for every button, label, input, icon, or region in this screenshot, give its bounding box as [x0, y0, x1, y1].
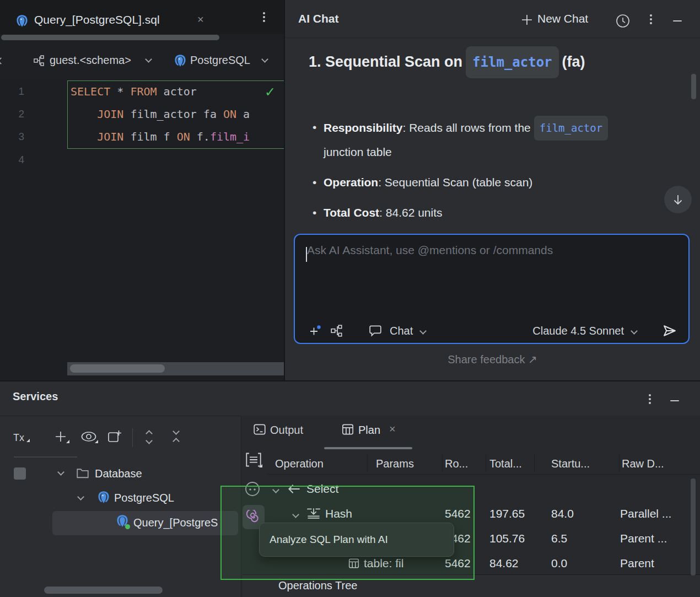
datasource-chevron-icon[interactable]	[261, 56, 268, 63]
col-operation[interactable]: Operation	[275, 458, 324, 470]
plan-vscroll-thumb[interactable]	[691, 478, 696, 576]
tree-chevron-icon[interactable]	[77, 493, 84, 501]
editor-tab-close-icon[interactable]: ×	[197, 13, 204, 26]
operations-tree-footer[interactable]: Operations Tree	[243, 574, 700, 597]
tree-item-postgresql[interactable]: PostgreSQL	[114, 492, 174, 504]
ai-chat-minimize-icon[interactable]	[673, 20, 682, 21]
chat-input[interactable]	[306, 243, 672, 311]
col-divider	[442, 454, 443, 472]
schema-selector[interactable]: guest.<schema>	[50, 54, 131, 67]
tree-hscroll-thumb[interactable]	[44, 587, 163, 594]
send-icon[interactable]	[662, 323, 677, 338]
row-rows-value: 5462	[445, 507, 471, 520]
chat-mode-chevron-icon[interactable]	[419, 327, 427, 335]
editor-tab-bar: Query_[PostgreSQL].sql ×	[0, 0, 284, 34]
plan-row-select[interactable]: Select	[241, 477, 700, 502]
row-op-label: Select	[306, 482, 338, 496]
expand-all-icon[interactable]	[146, 437, 153, 444]
tree-item-query-label: Query_[PostgreS	[133, 517, 236, 529]
collapse-all-icon[interactable]	[173, 438, 180, 445]
table-icon	[342, 423, 354, 435]
tx-dropdown-triangle-icon	[26, 439, 30, 442]
chat-mode-icon[interactable]	[369, 325, 382, 337]
postgresql-icon	[174, 54, 187, 67]
folder-icon	[76, 466, 89, 480]
services-minimize-icon[interactable]	[670, 400, 679, 401]
tree-item-query-selected[interactable]: Query_[PostgreS	[52, 511, 238, 535]
model-selector[interactable]: Claude 4.5 Sonnet	[532, 325, 624, 337]
services-more-icon[interactable]	[649, 398, 651, 400]
col-startup[interactable]: Startu...	[551, 458, 590, 470]
services-panel: Services Tx Database PostgreSQL Query_[P…	[0, 380, 700, 597]
collapse-all-icon[interactable]	[173, 428, 180, 435]
expand-all-icon[interactable]	[146, 430, 153, 437]
sql-editor[interactable]: 1 2 3 4 SELECT * FROM actor JOIN film_ac…	[0, 80, 284, 362]
table-name-chip[interactable]: film_actor	[466, 46, 559, 78]
bullet-total-cost: Total Cost: 84.62 units	[311, 201, 613, 224]
row-chevron-icon[interactable]	[292, 511, 299, 518]
ai-chat-more-icon[interactable]	[650, 18, 652, 20]
code-line-1: SELECT * FROM actor	[71, 80, 291, 103]
col-rows[interactable]: Ro...	[445, 458, 468, 470]
header-divider	[267, 474, 700, 475]
select-operation-icon	[288, 484, 301, 494]
arrow-down-icon	[672, 193, 684, 206]
col-divider	[534, 454, 535, 472]
open-in-new-tab-icon[interactable]	[107, 429, 122, 444]
row-total-value: 197.65	[489, 507, 525, 520]
chat-mode-selector[interactable]: Chat	[390, 325, 413, 337]
eye-dropdown-triangle-icon	[95, 440, 98, 443]
editor-hscroll-thumb[interactable]	[70, 364, 165, 373]
tab-plan[interactable]: Plan	[358, 424, 380, 437]
tab-strip-scrollbar[interactable]	[1, 35, 219, 40]
chat-vscroll-thumb[interactable]	[691, 74, 696, 99]
tx-mode-button[interactable]: Tx	[13, 432, 24, 444]
editor-toolbar: guest.<schema> PostgreSQL	[0, 40, 284, 80]
col-total[interactable]: Total...	[489, 458, 522, 470]
col-params[interactable]: Params	[376, 458, 414, 470]
chat-history-icon[interactable]	[616, 14, 630, 28]
scroll-to-bottom-button[interactable]	[664, 186, 692, 213]
model-chevron-icon[interactable]	[631, 327, 638, 335]
editor-more-icon[interactable]	[263, 16, 265, 18]
code-line-2: JOIN film_actor fa ON a	[71, 103, 291, 126]
datasource-selector[interactable]: PostgreSQL	[190, 54, 250, 67]
bullet-responsibility: Responsibility: Reads all rows from thef…	[311, 116, 613, 163]
ai-chat-header: AI Chat New Chat	[285, 0, 700, 38]
add-service-icon[interactable]	[54, 430, 67, 443]
row-startup-value: 84.0	[551, 507, 574, 520]
code-line-3: JOIN film f ON f.film_i	[71, 126, 291, 148]
hash-join-icon	[306, 508, 321, 519]
stop-process-button[interactable]	[14, 467, 26, 480]
editor-tab-title[interactable]: Query_[PostgreSQL].sql	[34, 13, 160, 26]
row-raw-value: Parallel ...	[620, 507, 671, 520]
add-dropdown-triangle-icon	[66, 440, 69, 443]
table-name-chip[interactable]: film_actor	[534, 116, 608, 141]
new-chat-button[interactable]: New Chat	[537, 12, 588, 25]
share-feedback-link[interactable]: Share feedback ↗	[285, 353, 700, 366]
tab-output[interactable]: Output	[270, 424, 303, 437]
terminal-icon	[254, 423, 266, 435]
chat-input-box: Chat Claude 4.5 Sonnet	[294, 234, 690, 344]
schema-chevron-icon[interactable]	[145, 56, 152, 63]
line-number: 3	[0, 125, 24, 148]
attach-context-icon[interactable]	[308, 324, 322, 338]
schema-context-icon[interactable]	[330, 324, 343, 337]
tab-plan-close-icon[interactable]: ×	[389, 423, 396, 435]
ai-chat-title: AI Chat	[298, 12, 339, 25]
row-total-value: 105.76	[489, 532, 525, 545]
col-rawdata[interactable]: Raw D...	[622, 458, 664, 470]
row-startup-value: 6.5	[551, 532, 567, 545]
toolbar-overflow-chevron-icon[interactable]	[0, 57, 4, 64]
tree-item-database[interactable]: Database	[95, 467, 142, 480]
toolbar-underline	[14, 456, 77, 458]
operations-tree-label: Operations Tree	[278, 579, 357, 592]
row-chevron-icon[interactable]	[272, 486, 279, 493]
table-icon	[348, 558, 359, 569]
plus-icon	[521, 14, 533, 26]
row-op-label: table: fil	[364, 557, 403, 570]
toolbar-divider	[132, 428, 133, 447]
active-tab-indicator	[324, 447, 412, 449]
tree-chevron-icon[interactable]	[57, 469, 64, 476]
row-startup-value: 0.0	[551, 557, 567, 570]
